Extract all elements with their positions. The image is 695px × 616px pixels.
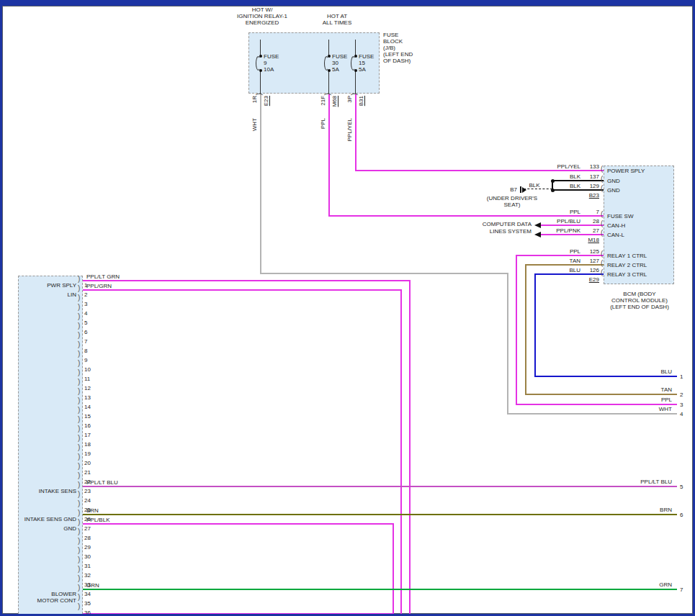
pin-bracket-icon: ) bbox=[78, 294, 80, 302]
wire-label: PPL/LT BLU bbox=[86, 479, 118, 486]
pin-bracket-icon: ) bbox=[78, 463, 80, 470]
circuit-number: 3 bbox=[680, 402, 683, 408]
pin-bracket-icon: ) bbox=[78, 304, 80, 311]
pin-bracket-icon: ) bbox=[78, 566, 80, 573]
pin-number: 7 bbox=[583, 209, 599, 215]
pin-number: 32 bbox=[84, 572, 91, 579]
pin-number: 16 bbox=[84, 422, 91, 429]
pin-number: 7 bbox=[84, 338, 87, 345]
wire-brn bbox=[83, 514, 677, 515]
pin-bracket-icon: ( bbox=[601, 185, 603, 192]
pin-bracket-icon: ) bbox=[78, 444, 80, 451]
pin-label: PWR SPLY bbox=[19, 282, 76, 289]
pin-bracket-icon: ) bbox=[78, 594, 80, 601]
pin-bracket-icon: ) bbox=[78, 369, 80, 376]
pin-bracket-icon: ( bbox=[601, 250, 603, 258]
pin-number: 125 bbox=[583, 248, 599, 255]
wire-wht bbox=[507, 273, 508, 415]
connector-code: M18 bbox=[583, 237, 599, 243]
arrow-left-icon bbox=[534, 232, 541, 237]
pin-bracket-icon: ) bbox=[78, 603, 80, 610]
pin-bracket-icon: ) bbox=[78, 388, 80, 395]
pin-number: 6 bbox=[84, 329, 87, 335]
wire-ppl-lt-grn bbox=[409, 280, 411, 616]
pin-number: 15 bbox=[84, 413, 91, 420]
fuse-label: FUSE 9 10A bbox=[264, 53, 279, 73]
pin-number: 23 bbox=[84, 488, 91, 494]
pin-number: 29 bbox=[84, 544, 91, 551]
pin-bracket-icon: ) bbox=[78, 425, 80, 432]
junction-dot bbox=[551, 189, 555, 192]
wire-ppl-relay1 bbox=[516, 255, 604, 256]
bcm-pin-label: RELAY 3 CTRL bbox=[607, 271, 647, 278]
wire-ppl-lt-blu bbox=[83, 486, 677, 487]
circuit-number: 4 bbox=[680, 411, 683, 417]
pin-number: 27 bbox=[84, 525, 91, 532]
pin-number: 129 bbox=[583, 183, 599, 189]
bcm-pin-label: CAN-H bbox=[607, 222, 625, 229]
pin-number: 4 bbox=[84, 310, 87, 317]
fuse-lead bbox=[355, 40, 356, 56]
wire-label: BLU bbox=[609, 368, 672, 375]
window-left-edge bbox=[0, 0, 2, 616]
bcm-pin-label: RELAY 1 CTRL bbox=[607, 253, 647, 259]
circuit-number: 2 bbox=[680, 391, 683, 398]
fuse-lead bbox=[328, 40, 329, 56]
wire-ppl bbox=[328, 215, 604, 217]
junction-dot bbox=[259, 69, 262, 72]
bcm-pin-label: RELAY 2 CTRL bbox=[607, 262, 647, 268]
bcm-pin-label: GND bbox=[607, 178, 620, 184]
pin-bracket-icon: ( bbox=[601, 230, 603, 237]
pin-bracket-icon: ) bbox=[78, 575, 80, 582]
wire-label: TAN bbox=[539, 258, 580, 264]
wire-label: PPL bbox=[539, 248, 580, 255]
circuit-number: 6 bbox=[680, 512, 683, 518]
wire-label: PPL/BLU bbox=[539, 218, 580, 225]
wire-label: GRN bbox=[86, 582, 99, 589]
power-source-label-battery: HOT AT ALL TIMES bbox=[310, 13, 364, 26]
fuse-lead bbox=[260, 40, 261, 56]
junction-dot bbox=[259, 55, 262, 58]
wire-ppl-relay1 bbox=[516, 255, 517, 405]
wire-label: PPL bbox=[609, 397, 672, 403]
pin-number: 35 bbox=[84, 600, 91, 607]
pin-number: 126 bbox=[583, 267, 599, 273]
wire-label: WHT bbox=[251, 118, 259, 131]
wire-blu-relay3 bbox=[534, 273, 604, 275]
connector-code: E29 bbox=[583, 276, 599, 283]
pin-number: 5 bbox=[84, 320, 87, 326]
fuse-element-icon bbox=[256, 56, 261, 71]
pin-bracket-icon: ) bbox=[78, 322, 80, 330]
bcm-pin-label: GND bbox=[607, 187, 620, 194]
pin-number: 34 bbox=[84, 591, 91, 597]
pin-number: 27 bbox=[583, 227, 599, 234]
wire-label: PPL/PNK bbox=[539, 227, 580, 234]
fuse-label: FUSE 30 5A bbox=[332, 53, 347, 73]
pin-bracket-icon: ( bbox=[601, 220, 603, 227]
pin-number: 133 bbox=[583, 163, 599, 170]
fuse-pin-id: 21F bbox=[320, 96, 327, 106]
wire-blu-relay3 bbox=[534, 376, 677, 377]
bcm-pin-label: CAN-L bbox=[607, 232, 624, 238]
pin-label: LIN bbox=[19, 291, 76, 298]
wire-label: BLK bbox=[539, 173, 580, 180]
pin-number: 8 bbox=[84, 348, 87, 354]
ground-wire-label: BLK bbox=[521, 182, 547, 189]
pin-number: 21 bbox=[84, 469, 91, 476]
wire-wht bbox=[260, 94, 261, 273]
wire-label: TAN bbox=[609, 386, 672, 393]
wire-ppl-grn bbox=[400, 289, 402, 616]
wire-label: PPL bbox=[320, 118, 327, 129]
pin-number: 2 bbox=[84, 291, 87, 298]
bcm-pin-label: FUSE SW bbox=[607, 213, 633, 219]
pin-number: 11 bbox=[84, 376, 90, 382]
wire-label: PPL/YEL bbox=[346, 118, 354, 141]
wire-ppl-lt-grn bbox=[83, 280, 411, 281]
fuse-block-caption: FUSE BLOCK (J/B) (LEFT END OF DASH) bbox=[383, 32, 413, 64]
pin-bracket-icon: ) bbox=[78, 519, 80, 526]
wire-label: BRN bbox=[609, 507, 672, 513]
wire-label: PPL bbox=[539, 209, 580, 215]
wire-label: PPL/GRN bbox=[86, 283, 112, 289]
pin-bracket-icon: ) bbox=[78, 556, 80, 563]
wire-blk bbox=[552, 189, 604, 191]
